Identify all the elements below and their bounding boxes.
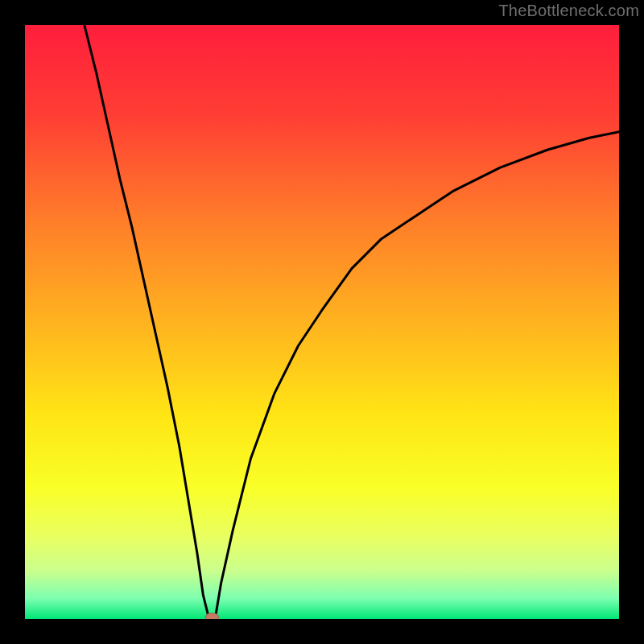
optimal-point-marker	[205, 613, 218, 619]
chart-frame: TheBottleneck.com	[0, 0, 644, 644]
plot-area	[25, 25, 619, 619]
gradient-background	[25, 25, 619, 619]
chart-svg	[25, 25, 619, 619]
watermark-text: TheBottleneck.com	[498, 2, 639, 20]
